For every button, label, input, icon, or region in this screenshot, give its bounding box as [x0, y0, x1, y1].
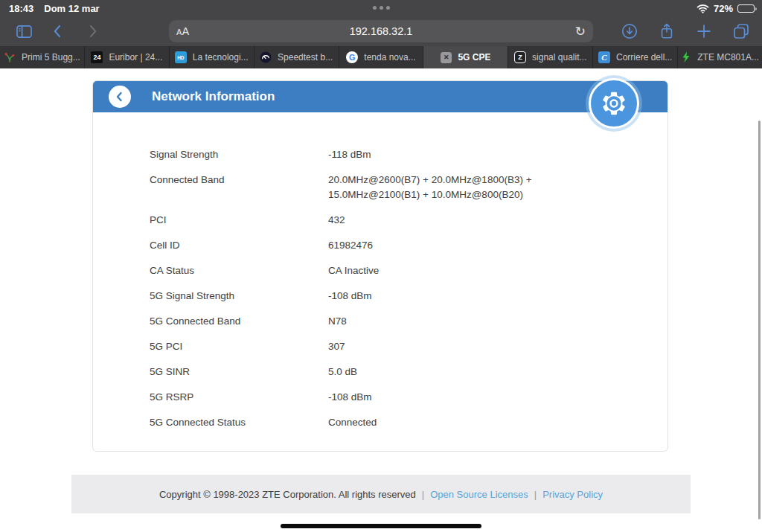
google-favicon[interactable]: G [346, 51, 358, 63]
info-row: Cell ID 61982476 [150, 238, 638, 253]
copyright-text: Copyright © 1998-2023 ZTE Corporation. A… [159, 489, 416, 500]
scrollbar[interactable] [758, 121, 761, 519]
web-page: Network Information Signal Strength -118… [0, 68, 762, 532]
info-label: 5G Connected Status [150, 415, 328, 430]
info-row: 5G RSRP -108 dBm [150, 390, 638, 405]
tab-signal-qualit[interactable]: Z signal qualit... [508, 46, 593, 68]
privacy-policy-link[interactable]: Privacy Policy [542, 489, 603, 500]
info-label: Signal Strength [150, 147, 328, 162]
browser-toolbar: AA 192.168.32.1 ↻ [0, 16, 762, 46]
tab-5g-cpe[interactable]: ✕ 5G CPE [423, 46, 508, 68]
info-rows: Signal Strength -118 dBm Connected Band … [93, 112, 667, 430]
info-row: Signal Strength -118 dBm [150, 147, 638, 162]
info-value: N78 [328, 314, 347, 329]
info-value: 5.0 dB [328, 365, 357, 379]
bug-favicon[interactable] [4, 51, 16, 63]
back-circle-icon[interactable] [109, 86, 131, 108]
info-label: Cell ID [150, 238, 328, 253]
home-indicator[interactable] [281, 524, 481, 528]
info-value: Connected [328, 415, 377, 430]
info-row: CA Status CA Inactive [150, 263, 638, 278]
info-value: -108 dBm [328, 289, 372, 304]
info-label: CA Status [150, 263, 328, 278]
bolt-favicon[interactable] [681, 51, 691, 63]
safari-chrome: 18:43 Dom 12 mar 72% [0, 0, 762, 68]
back-icon[interactable] [48, 21, 68, 42]
corriere-favicon[interactable]: C [598, 51, 610, 63]
battery-icon [737, 4, 755, 13]
info-value: CA Inactive [328, 263, 379, 278]
close-tab-icon[interactable]: ✕ [441, 52, 452, 63]
forward-icon[interactable] [82, 21, 103, 42]
new-tab-icon[interactable] [694, 21, 714, 42]
tab-tenda-nova[interactable]: G tenda nova... [339, 46, 424, 68]
footer-separator: | [422, 489, 424, 500]
tab-bar: Primi 5 Bugg... 24 Euribor | 24... HD La… [0, 46, 762, 68]
info-row: 5G PCI 307 [150, 339, 638, 354]
sole24-favicon[interactable]: 24 [91, 51, 103, 63]
sidebar-icon[interactable] [13, 21, 34, 42]
info-label: 5G SINR [150, 365, 328, 379]
info-value: -118 dBm [328, 147, 371, 162]
multitask-dots-icon [0, 6, 762, 10]
tab-euribor-24[interactable]: 24 Euribor | 24... [85, 46, 170, 68]
url-text: 192.168.32.1 [169, 25, 593, 37]
info-label: PCI [150, 213, 328, 228]
footer-separator: | [534, 489, 537, 500]
ipad-screen: 18:43 Dom 12 mar 72% [0, 0, 762, 532]
share-icon[interactable] [656, 21, 677, 42]
gear-icon[interactable] [589, 78, 639, 129]
info-label: 5G Connected Band [150, 314, 328, 329]
info-row: Connected Band 20.0MHz@2600(B7) + 20.0MH… [150, 173, 638, 202]
info-label: 5G Signal Strength [150, 289, 328, 304]
info-row: 5G SINR 5.0 dB [150, 365, 638, 379]
open-source-licenses-link[interactable]: Open Source Licenses [430, 489, 528, 500]
tabs-icon[interactable] [731, 21, 752, 42]
hd-favicon[interactable]: HD [175, 51, 187, 63]
info-row: 5G Connected Band N78 [150, 314, 638, 329]
info-label: Connected Band [150, 173, 328, 202]
status-bar: 18:43 Dom 12 mar 72% [0, 0, 762, 16]
info-value: 20.0MHz@2600(B7) + 20.0MHz@1800(B3) + 15… [328, 173, 532, 202]
info-value: 432 [328, 213, 345, 228]
page-title: Network Information [152, 89, 275, 104]
tab-corriere-dell[interactable]: C Corriere dell... [593, 46, 678, 68]
z-favicon[interactable]: Z [514, 51, 526, 63]
card-header: Network Information [93, 81, 667, 112]
tab-zte-mc801a[interactable]: ZTE MC801A... [678, 46, 762, 68]
network-info-card: Network Information Signal Strength -118… [92, 80, 668, 452]
tab-la-tecnologi[interactable]: HD La tecnologi... [170, 46, 254, 68]
download-icon[interactable] [619, 21, 640, 42]
tab-primi-5-bugg[interactable]: Primi 5 Bugg... [0, 46, 85, 68]
tab-speedtest-b[interactable]: Speedtest b... [254, 46, 339, 68]
address-bar[interactable]: AA 192.168.32.1 ↻ [169, 20, 593, 42]
reload-icon[interactable]: ↻ [575, 25, 586, 38]
info-value: 307 [328, 339, 345, 354]
info-value: 61982476 [328, 238, 373, 253]
info-label: 5G PCI [150, 339, 328, 354]
info-row: 5G Signal Strength -108 dBm [150, 289, 638, 304]
info-value: -108 dBm [328, 390, 372, 405]
page-footer: Copyright © 1998-2023 ZTE Corporation. A… [71, 475, 691, 513]
speedtest-favicon[interactable] [260, 51, 272, 63]
info-label: 5G RSRP [150, 390, 328, 405]
info-row: PCI 432 [150, 213, 638, 228]
info-row: 5G Connected Status Connected [150, 415, 638, 430]
